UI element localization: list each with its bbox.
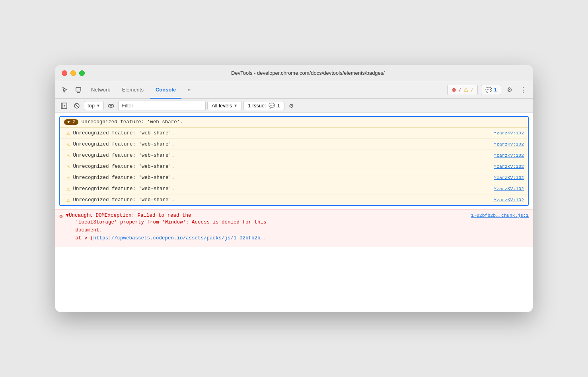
svg-rect-0 (76, 87, 81, 91)
warn-link-7[interactable]: YzarzKV:102 (494, 197, 524, 202)
warn-text-4: Unrecognized feature: 'web-share'. (73, 164, 491, 169)
context-label: top (88, 103, 95, 109)
warn-row-3: ⚠ Unrecognized feature: 'web-share'. Yza… (60, 150, 528, 161)
error-header-text: ▼Uncaught DOMException: Failed to read t… (66, 213, 471, 218)
cursor-icon-btn[interactable] (58, 84, 71, 96)
inspect-icon-btn[interactable] (72, 84, 85, 96)
group-count-text: ▼ 7 (67, 120, 75, 124)
console-settings-btn[interactable]: ⚙ (286, 100, 297, 111)
issue-label: 1 Issue: (248, 103, 266, 109)
error-close-icon: ⊗ (59, 213, 62, 220)
warn-text-2: Unrecognized feature: 'web-share'. (73, 142, 491, 147)
tab-more[interactable]: » (182, 81, 196, 99)
clear-btn[interactable] (71, 100, 82, 111)
console-output: ▼ 7 Unrecognized feature: 'web-share'. ⚠… (55, 113, 533, 312)
warn-row-7: ⚠ Unrecognized feature: 'web-share'. Yza… (60, 194, 528, 205)
warn-text-1: Unrecognized feature: 'web-share'. (73, 130, 491, 136)
warn-link-5[interactable]: YzarzKV:102 (494, 175, 524, 180)
settings-icon: ⚙ (507, 86, 512, 93)
issue-btn[interactable]: 1 Issue: 💬 1 (243, 101, 284, 110)
warn-icon-6: ⚠ (66, 185, 70, 192)
warn-row-2: ⚠ Unrecognized feature: 'web-share'. Yza… (60, 139, 528, 150)
svg-line-6 (75, 104, 79, 108)
warn-icon-7: ⚠ (66, 196, 70, 203)
issue-count: 1 (277, 103, 280, 109)
warn-link-3[interactable]: YzarzKV:102 (494, 153, 524, 158)
warn-link-4[interactable]: YzarzKV:102 (494, 164, 524, 169)
warn-group-header[interactable]: ▼ 7 Unrecognized feature: 'web-share'. (60, 117, 528, 128)
warn-row-6: ⚠ Unrecognized feature: 'web-share'. Yza… (60, 183, 528, 194)
tab-elements[interactable]: Elements (117, 81, 149, 99)
warn-text-5: Unrecognized feature: 'web-share'. (73, 175, 491, 181)
warn-row-4: ⚠ Unrecognized feature: 'web-share'. Yza… (60, 161, 528, 172)
traffic-lights (62, 70, 85, 76)
warn-icon-5: ⚠ (66, 174, 70, 181)
log-level-btn[interactable]: All levels ▼ (207, 101, 242, 110)
message-count: 1 (494, 87, 497, 93)
warn-text-3: Unrecognized feature: 'web-share'. (73, 153, 491, 158)
error-callstack: at v ( (75, 235, 93, 241)
message-icon: 💬 (485, 87, 492, 93)
error-content: ▼Uncaught DOMException: Failed to read t… (66, 213, 529, 242)
cursor-icon (62, 87, 68, 93)
minimize-button[interactable] (70, 70, 76, 76)
error-header: ⊗ ▼Uncaught DOMException: Failed to read… (59, 213, 529, 242)
svg-point-8 (110, 105, 112, 107)
warning-group: ▼ 7 Unrecognized feature: 'web-share'. ⚠… (59, 116, 529, 206)
warn-icon-4: ⚠ (66, 163, 70, 170)
error-line1: 'localStorage' property from 'Window': A… (75, 220, 266, 225)
warn-icon-3: ⚠ (66, 152, 70, 159)
error-count: 7 (458, 87, 461, 93)
warn-group-message: Unrecognized feature: 'web-share'. (82, 119, 524, 125)
svg-marker-4 (64, 105, 65, 107)
context-selector[interactable]: top ▼ (84, 101, 104, 110)
sidebar-toggle-btn[interactable] (58, 100, 70, 111)
warn-link-2[interactable]: YzarzKV:102 (494, 142, 524, 147)
filter-input[interactable] (118, 101, 206, 111)
titlebar: DevTools - developer.chrome.com/docs/dev… (55, 65, 533, 81)
warn-link-6[interactable]: YzarzKV:102 (494, 186, 524, 191)
error-detail-block: 'localStorage' property from 'Window': A… (66, 218, 529, 242)
close-button[interactable] (62, 70, 67, 76)
group-count-badge: ▼ 7 (64, 119, 78, 125)
settings-icon-btn[interactable]: ⚙ (503, 84, 516, 96)
inspect-icon (75, 87, 82, 93)
eye-icon (108, 103, 114, 109)
error-badge-btn[interactable]: ⊗ 7 ⚠ 7 (447, 85, 477, 95)
warn-link-1[interactable]: YzarzKV:102 (494, 130, 524, 136)
eye-btn[interactable] (105, 100, 117, 111)
console-toolbar: top ▼ All levels ▼ 1 Issue: 💬 1 ⚙ (55, 99, 533, 113)
warn-row-1: ⚠ Unrecognized feature: 'web-share'. Yza… (60, 128, 528, 139)
warn-text-7: Unrecognized feature: 'web-share'. (73, 197, 491, 203)
warn-count: 7 (471, 87, 473, 93)
sidebar-toggle-icon (61, 103, 67, 109)
message-badge-btn[interactable]: 💬 1 (481, 85, 501, 95)
window-title: DevTools - developer.chrome.com/docs/dev… (90, 70, 526, 76)
log-level-label: All levels (212, 103, 232, 109)
console-settings-icon: ⚙ (289, 103, 294, 109)
devtools-toolbar: Network Elements Console » ⊗ 7 ⚠ 7 💬 1 ⚙… (55, 81, 533, 99)
warn-icon-1: ⚠ (66, 130, 70, 136)
log-level-chevron: ▼ (234, 103, 238, 108)
warn-icon: ⚠ (463, 87, 469, 93)
error-icon: ⊗ (452, 87, 456, 93)
error-section: ⊗ ▼Uncaught DOMException: Failed to read… (55, 209, 533, 247)
error-line2: document. (75, 227, 102, 233)
issue-icon: 💬 (269, 103, 275, 109)
more-options-btn[interactable]: ⋮ (517, 84, 530, 96)
warn-icon-2: ⚠ (66, 141, 70, 148)
clear-icon (74, 103, 80, 109)
error-callstack-link[interactable]: https://cpwebassets.codepen.io/assets/pa… (93, 235, 266, 241)
more-options-icon: ⋮ (520, 86, 527, 94)
warn-text-6: Unrecognized feature: 'web-share'. (73, 186, 491, 192)
warn-row-5: ⚠ Unrecognized feature: 'web-share'. Yza… (60, 172, 528, 183)
devtools-window: DevTools - developer.chrome.com/docs/dev… (55, 65, 533, 312)
tab-network[interactable]: Network (86, 81, 116, 99)
tab-console[interactable]: Console (150, 81, 181, 99)
svg-rect-1 (77, 92, 80, 93)
error-source-link[interactable]: 1-02bfb2b….chunk.js:1 (471, 213, 529, 218)
context-dropdown-icon: ▼ (96, 103, 100, 108)
maximize-button[interactable] (79, 70, 85, 76)
